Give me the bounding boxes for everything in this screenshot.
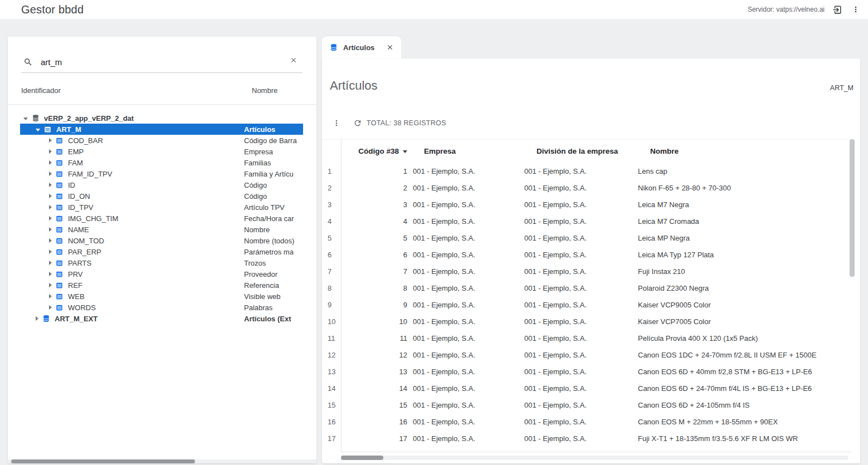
tree-item-emp[interactable]: EMPEmpresa: [20, 146, 303, 157]
tree-item-id: ID_ON: [68, 192, 90, 200]
column-header-nombre[interactable]: Nombre: [636, 147, 851, 155]
logout-button[interactable]: [830, 3, 843, 16]
cell-empresa: 001 - Ejemplo, S.A.: [409, 234, 521, 242]
tree-item-fam[interactable]: FAMFamilias: [20, 157, 303, 168]
kebab-icon: [332, 119, 341, 128]
table-icon: [56, 203, 64, 211]
table-row[interactable]: 1515001 - Ejemplo, S.A.001 - Ejemplo, S.…: [322, 397, 851, 413]
tree-item-words[interactable]: WORDSPalabras: [20, 302, 303, 313]
tree-item-ref[interactable]: REFReferencia: [20, 280, 303, 291]
expand-arrow-icon[interactable]: [36, 316, 38, 321]
table-menu-button[interactable]: [331, 118, 342, 129]
table-row[interactable]: 1717001 - Ejemplo, S.A.001 - Ejemplo, S.…: [322, 430, 851, 447]
expand-arrow-icon[interactable]: [49, 305, 52, 310]
expand-arrow-icon[interactable]: [49, 238, 52, 243]
cell-nombre: Película Provia 400 X 120 (1x5 Pack): [636, 334, 851, 342]
table-horizontal-scrollbar[interactable]: [341, 456, 848, 460]
table-row[interactable]: 1313001 - Ejemplo, S.A.001 - Ejemplo, S.…: [322, 363, 851, 380]
expand-arrow-icon[interactable]: [49, 149, 52, 154]
collapse-arrow-icon[interactable]: [36, 129, 40, 131]
expand-arrow-icon[interactable]: [49, 283, 52, 287]
clear-search-button[interactable]: [287, 53, 300, 67]
table-row[interactable]: 1212001 - Ejemplo, S.A.001 - Ejemplo, S.…: [322, 346, 851, 363]
cell-nombre: Leica MA Typ 127 Plata: [636, 251, 851, 259]
table-row[interactable]: 44001 - Ejemplo, S.A.001 - Ejemplo, S.A.…: [322, 213, 851, 229]
tree-item-img_chg_tim[interactable]: IMG_CHG_TIMFecha/Hora car: [20, 213, 303, 224]
tree-item-name[interactable]: NAMENombre: [20, 224, 303, 235]
tree-item-cod_bar[interactable]: COD_BARCódigo de Barra: [20, 135, 303, 146]
expand-arrow-icon[interactable]: [49, 160, 52, 165]
table-row[interactable]: 11001 - Ejemplo, S.A.001 - Ejemplo, S.A.…: [322, 163, 851, 179]
expand-arrow-icon[interactable]: [49, 249, 52, 254]
expand-arrow-icon[interactable]: [49, 261, 52, 265]
tree-item-par_erp[interactable]: PAR_ERPParámetros ma: [20, 246, 303, 257]
tree-item-web[interactable]: WEBVisible web: [20, 291, 303, 302]
schema-sidebar: Identificador Nombre vERP_2_app_vERP_2_d…: [8, 37, 316, 463]
tree-item-fam_id_tpv[interactable]: FAM_ID_TPVFamilia y Artícu: [20, 168, 303, 179]
expand-arrow-icon[interactable]: [49, 272, 52, 276]
tab-articulos[interactable]: Artículos: [322, 36, 401, 58]
cell-division: 001 - Ejemplo, S.A.: [521, 167, 636, 175]
cell-nombre: Fuji Instax 210: [636, 267, 851, 276]
tree-item-art_m_ext[interactable]: ART_M_EXTArtículos (Ext: [20, 313, 303, 324]
collapse-arrow-icon[interactable]: [23, 118, 28, 120]
table-row[interactable]: 1010001 - Ejemplo, S.A.001 - Ejemplo, S.…: [322, 313, 851, 330]
cell-codigo: 14: [341, 384, 409, 393]
column-header-codigo[interactable]: Código #38: [341, 147, 409, 155]
refresh-button[interactable]: [352, 118, 363, 129]
table-row[interactable]: 1414001 - Ejemplo, S.A.001 - Ejemplo, S.…: [322, 380, 851, 397]
table-row[interactable]: 66001 - Ejemplo, S.A.001 - Ejemplo, S.A.…: [322, 246, 851, 263]
table-row[interactable]: 88001 - Ejemplo, S.A.001 - Ejemplo, S.A.…: [322, 280, 851, 296]
cell-nombre: Kaiser VCP7005 Color: [636, 317, 851, 326]
table-row[interactable]: 18: [322, 447, 851, 452]
table-row[interactable]: 55001 - Ejemplo, S.A.001 - Ejemplo, S.A.…: [322, 229, 851, 246]
sidebar-horizontal-scrollbar[interactable]: [8, 459, 316, 463]
column-header-division[interactable]: División de la empresa: [521, 147, 636, 155]
cell-division: 001 - Ejemplo, S.A.: [521, 384, 636, 393]
tree-item-name: Artículo TPV: [244, 203, 285, 212]
table-row[interactable]: 22001 - Ejemplo, S.A.001 - Ejemplo, S.A.…: [322, 179, 851, 196]
table-row[interactable]: 33001 - Ejemplo, S.A.001 - Ejemplo, S.A.…: [322, 196, 851, 213]
table-row[interactable]: 99001 - Ejemplo, S.A.001 - Ejemplo, S.A.…: [322, 296, 851, 313]
tree-item-name: Código de Barra: [244, 136, 297, 145]
table-row[interactable]: 77001 - Ejemplo, S.A.001 - Ejemplo, S.A.…: [322, 263, 851, 280]
table-icon: [56, 237, 64, 244]
row-number: 16: [322, 418, 341, 426]
sort-caret-icon[interactable]: [403, 150, 407, 153]
expand-arrow-icon[interactable]: [49, 216, 52, 221]
expand-arrow-icon[interactable]: [49, 227, 52, 232]
search-input[interactable]: [41, 57, 287, 67]
tree-item-name: Visible web: [244, 292, 281, 301]
expand-arrow-icon[interactable]: [49, 183, 52, 187]
expand-arrow-icon[interactable]: [49, 194, 52, 198]
tree-item-id[interactable]: IDCódigo: [20, 179, 303, 190]
scrollbar-thumb[interactable]: [11, 459, 195, 463]
table-vertical-scrollbar[interactable]: [850, 139, 855, 452]
row-number: 14: [322, 384, 341, 393]
overflow-menu-button[interactable]: [849, 3, 862, 16]
database-icon: [330, 43, 338, 51]
column-header-label: Empresa: [424, 147, 456, 155]
cell-empresa: 001 - Ejemplo, S.A.: [409, 317, 521, 326]
expand-arrow-icon[interactable]: [49, 138, 52, 143]
tree-item-parts[interactable]: PARTSTrozos: [20, 257, 303, 268]
expand-arrow-icon[interactable]: [49, 205, 52, 209]
table-row[interactable]: 1616001 - Ejemplo, S.A.001 - Ejemplo, S.…: [322, 413, 851, 430]
expand-arrow-icon[interactable]: [49, 294, 52, 298]
scrollbar-thumb[interactable]: [850, 139, 855, 277]
expand-arrow-icon[interactable]: [49, 172, 52, 176]
tree-item-art_m[interactable]: ART_MArtículos: [20, 124, 303, 135]
table-row[interactable]: 1111001 - Ejemplo, S.A.001 - Ejemplo, S.…: [322, 330, 851, 346]
tab-close-button[interactable]: [384, 42, 396, 53]
database-icon: [42, 315, 51, 322]
column-header-empresa[interactable]: Empresa: [409, 147, 521, 155]
tree-item-verp-2-app-verp-2-dat[interactable]: vERP_2_app_vERP_2_dat: [20, 112, 303, 124]
scrollbar-thumb[interactable]: [341, 456, 383, 460]
tree-item-id_on[interactable]: ID_ONCódigo: [20, 190, 303, 202]
tree-item-prv[interactable]: PRVProveedor: [20, 268, 303, 280]
tree-item-id_tpv[interactable]: ID_TPVArtículo TPV: [20, 202, 303, 213]
tree-item-nom_tod[interactable]: NOM_TODNombre (todos): [20, 235, 303, 246]
page-title: Artículos: [330, 79, 378, 93]
row-number: 13: [322, 368, 341, 376]
tree-item-name: Palabras: [244, 304, 272, 312]
